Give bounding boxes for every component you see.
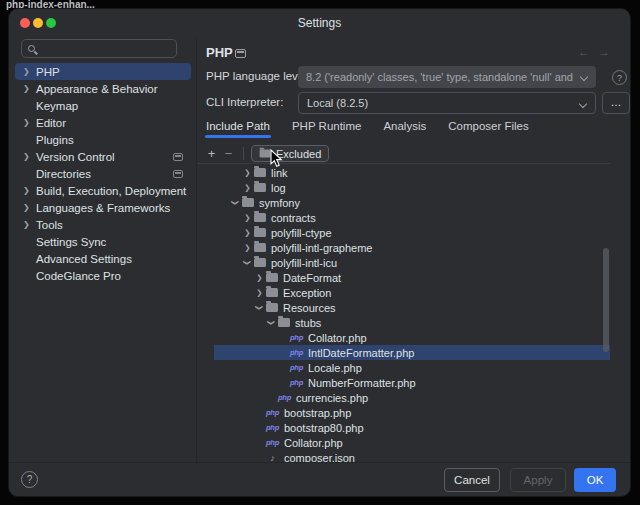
chevron-right-icon[interactable]: ❯	[242, 214, 253, 222]
tree-item-label: NumberFormatter.php	[308, 377, 416, 389]
sidebar-item-build-execution-deployment[interactable]: ❯Build, Execution, Deployment	[15, 182, 191, 199]
tab-composer-files[interactable]: Composer Files	[447, 119, 530, 133]
chevron-right-icon[interactable]: ❯	[242, 184, 253, 192]
chevron-right-icon: ❯	[23, 119, 36, 127]
chevron-right-icon: ❯	[23, 68, 36, 76]
tree-row-symfony[interactable]: ❯symfony	[214, 195, 610, 210]
navigate-forward-icon[interactable]: →	[598, 45, 610, 59]
tree-row-resources[interactable]: ❯Resources	[214, 300, 610, 315]
tree-row-exception[interactable]: ❯Exception	[214, 285, 610, 300]
chevron-down-icon	[579, 100, 587, 108]
apply-button[interactable]: Apply	[510, 468, 566, 492]
folder-icon	[242, 198, 254, 207]
sidebar-item-directories[interactable]: Directories	[15, 165, 191, 182]
sidebar-item-php[interactable]: ❯PHP	[15, 63, 191, 80]
tab-include-path[interactable]: Include Path	[205, 119, 271, 133]
scrollbar-thumb[interactable]	[603, 248, 609, 352]
tree-row-bootstrap-php[interactable]: phpbootstrap.php	[214, 405, 610, 420]
sidebar-item-editor[interactable]: ❯Editor	[15, 114, 191, 131]
cli-interpreter-dropdown[interactable]: Local (8.2.5)	[298, 92, 596, 114]
navigate-back-icon[interactable]: ←	[578, 45, 590, 59]
tree-row-numberformatter-php[interactable]: phpNumberFormatter.php	[214, 375, 610, 390]
page-title: PHP	[206, 45, 233, 60]
tree-row-log[interactable]: ❯log	[214, 180, 610, 195]
folder-icon	[266, 288, 278, 297]
folder-icon	[266, 303, 278, 312]
chevron-right-icon[interactable]: ❯	[242, 169, 253, 177]
help-button[interactable]: ?	[21, 471, 38, 488]
tree-row-polyfill-ctype[interactable]: ❯polyfill-ctype	[214, 225, 610, 240]
chevron-down-icon	[580, 73, 588, 81]
php-file-icon: php	[265, 408, 280, 417]
tree-row-dateformat[interactable]: ❯DateFormat	[214, 270, 610, 285]
chevron-right-icon[interactable]: ❯	[242, 244, 253, 252]
chevron-right-icon: ❯	[23, 204, 36, 212]
sidebar-item-label: Plugins	[36, 134, 74, 146]
sidebar-item-codeglance-pro[interactable]: CodeGlance Pro	[15, 267, 191, 284]
sidebar-item-advanced-settings[interactable]: Advanced Settings	[15, 250, 191, 267]
tree-row-currencies-php[interactable]: phpcurrencies.php	[214, 390, 610, 405]
folder-icon	[254, 183, 266, 192]
sidebar-item-plugins[interactable]: Plugins	[15, 131, 191, 148]
tree-row-stubs[interactable]: ❯stubs	[214, 315, 610, 330]
tree-item-label: Resources	[283, 302, 336, 314]
chevron-down-icon[interactable]: ❯	[232, 197, 240, 208]
folder-icon	[254, 213, 266, 222]
sidebar-item-label: PHP	[36, 66, 60, 78]
chevron-down-icon[interactable]: ❯	[268, 317, 276, 328]
folder-icon	[278, 318, 290, 327]
toolbar-separator	[243, 147, 244, 160]
chevron-right-icon[interactable]: ❯	[254, 289, 265, 297]
tree-row-polyfill-intl-grapheme[interactable]: ❯polyfill-intl-grapheme	[214, 240, 610, 255]
sidebar-item-languages-frameworks[interactable]: ❯Languages & Frameworks	[15, 199, 191, 216]
sidebar-item-settings-sync[interactable]: Settings Sync	[15, 233, 191, 250]
sidebar-item-appearance-behavior[interactable]: ❯Appearance & Behavior	[15, 80, 191, 97]
language-level-value: 8.2 ('readonly' classes, 'true' type, st…	[306, 71, 574, 83]
cli-interpreter-more-button[interactable]: …	[602, 92, 630, 114]
sidebar-item-label: Version Control	[36, 151, 115, 163]
sidebar-item-label: Directories	[36, 168, 91, 180]
tree-row-contracts[interactable]: ❯contracts	[214, 210, 610, 225]
sidebar-item-version-control[interactable]: ❯Version Control	[15, 148, 191, 165]
php-file-icon: php	[289, 378, 304, 387]
chevron-right-icon[interactable]: ❯	[254, 274, 265, 282]
settings-search-input[interactable]	[21, 39, 177, 58]
language-level-help-icon[interactable]: ?	[612, 70, 627, 85]
chevron-down-icon[interactable]: ❯	[256, 302, 264, 313]
chevron-right-icon: ❯	[23, 85, 36, 93]
tree-item-label: polyfill-ctype	[271, 227, 332, 239]
tree-row-intldateformatter-php[interactable]: phpIntlDateFormatter.php	[214, 345, 610, 360]
project-scope-icon	[235, 49, 246, 58]
dialog-titlebar: Settings	[9, 9, 630, 37]
tree-row-polyfill-intl-icu[interactable]: ❯polyfill-intl-icu	[214, 255, 610, 270]
tree-item-label: bootstrap80.php	[284, 422, 364, 434]
sidebar-item-label: Editor	[36, 117, 66, 129]
cli-interpreter-value: Local (8.2.5)	[307, 97, 368, 109]
tree-item-label: symfony	[259, 197, 300, 209]
add-path-button[interactable]: +	[204, 147, 219, 161]
cancel-button[interactable]: Cancel	[444, 468, 500, 492]
settings-sidebar: ❯PHP❯Appearance & BehaviorKeymap❯EditorP…	[9, 37, 196, 464]
dialog-title: Settings	[9, 16, 630, 30]
folder-icon	[254, 243, 266, 252]
settings-dialog: Settings ❯PHP❯Appearance & BehaviorKeyma…	[8, 8, 631, 497]
tree-row-bootstrap80-php[interactable]: phpbootstrap80.php	[214, 420, 610, 435]
sidebar-item-keymap[interactable]: Keymap	[15, 97, 191, 114]
excluded-toggle-button[interactable]: Excluded	[251, 145, 329, 162]
php-file-icon: php	[265, 423, 280, 432]
sidebar-item-tools[interactable]: ❯Tools	[15, 216, 191, 233]
ok-button[interactable]: OK	[574, 468, 616, 492]
tree-row-collator-php[interactable]: phpCollator.php	[214, 330, 610, 345]
tab-php-runtime[interactable]: PHP Runtime	[291, 119, 362, 133]
tree-row-locale-php[interactable]: phpLocale.php	[214, 360, 610, 375]
tab-analysis[interactable]: Analysis	[382, 119, 427, 133]
tree-item-label: Collator.php	[284, 437, 343, 449]
remove-path-button[interactable]: −	[221, 147, 236, 161]
chevron-right-icon[interactable]: ❯	[242, 229, 253, 237]
chevron-down-icon[interactable]: ❯	[244, 257, 252, 268]
tree-row-collator-php[interactable]: phpCollator.php	[214, 435, 610, 450]
tree-item-label: bootstrap.php	[284, 407, 351, 419]
sidebar-item-label: Keymap	[36, 100, 78, 112]
language-level-dropdown[interactable]: 8.2 ('readonly' classes, 'true' type, st…	[298, 66, 596, 88]
tree-item-label: IntlDateFormatter.php	[308, 347, 414, 359]
